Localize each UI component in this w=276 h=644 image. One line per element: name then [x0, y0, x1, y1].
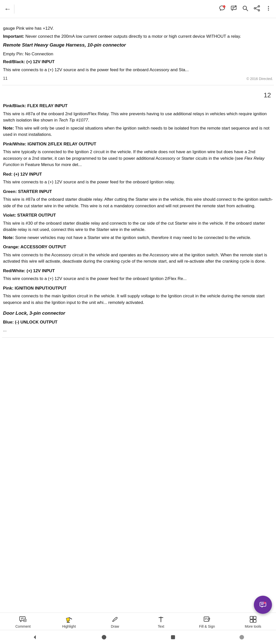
annotation-icon[interactable]: !: [219, 5, 226, 13]
page11-important: Important: Never connect the 200mA low c…: [3, 33, 273, 40]
pink-header: Pink: IGNITION INPUT/OUTPUT: [3, 285, 273, 292]
red-white-header: Red/White: (+) 12V INPUT: [3, 268, 273, 274]
svg-point-10: [258, 10, 260, 11]
page11-number: 11: [3, 75, 8, 82]
back-button[interactable]: ←: [4, 5, 11, 13]
svg-point-14: [268, 6, 269, 7]
green-header: Green: STARTER INPUT: [3, 188, 273, 195]
svg-text:+: +: [235, 6, 236, 7]
blue-text-truncated: ...: [3, 327, 273, 333]
pink-black-text: This wire is #87a of the onboard 2nd Ign…: [3, 111, 273, 124]
svg-point-16: [268, 10, 269, 11]
pink-text: This wire connects to the main Ignition …: [3, 293, 273, 306]
comment-icon[interactable]: +: [230, 5, 237, 13]
pink-black-header: Pink/Black: FLEX RELAY INPUT: [3, 103, 273, 109]
search-icon[interactable]: [242, 5, 249, 13]
divider: [14, 5, 14, 14]
violet-header: Violet: STARTER OUTPUT: [3, 212, 273, 219]
more-options-icon[interactable]: [265, 5, 272, 13]
page11-gauge-text: gauge Pink wire has +12V.: [3, 25, 273, 32]
share-icon[interactable]: [253, 5, 260, 13]
page11-empty-pin: Empty Pin: No Connection: [3, 51, 273, 57]
page11-section-title: Remote Start Heavy Gauge Harness, 10-pin…: [3, 42, 273, 49]
page11-number-row: 11 © 2016 Directed.: [3, 75, 273, 82]
page11-copyright: © 2016 Directed.: [247, 76, 273, 82]
orange-text: This wire connects to the Accessory circ…: [3, 252, 273, 265]
svg-line-13: [256, 9, 258, 10]
green-text: This wire is #87a of the onboard starter…: [3, 196, 273, 209]
svg-point-15: [268, 8, 269, 9]
document-content: gauge Pink wire has +12V. Important: Nev…: [0, 18, 276, 363]
red-text: This wire connects to a (+) 12V source a…: [3, 179, 273, 185]
svg-line-12: [256, 7, 258, 8]
page-11-block: gauge Pink wire has +12V. Important: Nev…: [2, 21, 274, 85]
violet-text: This wire is #30 of the onboard starter …: [3, 220, 273, 233]
svg-line-8: [246, 9, 248, 11]
svg-point-11: [254, 8, 256, 9]
pink-white-text: This wire typically is connected to the …: [3, 149, 273, 168]
page11-red-black-header: Red/Black: (+) 12V INPUT: [3, 59, 273, 65]
door-lock-title: Door Lock, 3-pin connector: [3, 310, 273, 317]
svg-point-9: [258, 6, 260, 7]
top-navigation-bar: ← ! +: [0, 0, 276, 18]
page12-number: 12: [3, 88, 273, 101]
svg-text:!: !: [224, 6, 224, 8]
page-12-block: 12 Pink/Black: FLEX RELAY INPUT This wir…: [2, 85, 274, 338]
page11-red-black-text: This wire connects to a (+) 12V source a…: [3, 67, 273, 73]
red-header: Red: (+) 12V INPUT: [3, 171, 273, 178]
red-white-text: This wire connects to a (+) 12V source a…: [3, 275, 273, 282]
pink-black-note: Note: This wire will only be used in spe…: [3, 125, 273, 138]
pink-white-header: Pink/White: IGNITION 2/FLEX RELAY OUTPUT: [3, 141, 273, 147]
violet-note: Note: Some newer vehicles may not have a…: [3, 234, 273, 241]
blue-header: Blue: (-) UNLOCK OUTPUT: [3, 319, 273, 326]
orange-header: Orange: ACCESSORY OUTPUT: [3, 244, 273, 250]
